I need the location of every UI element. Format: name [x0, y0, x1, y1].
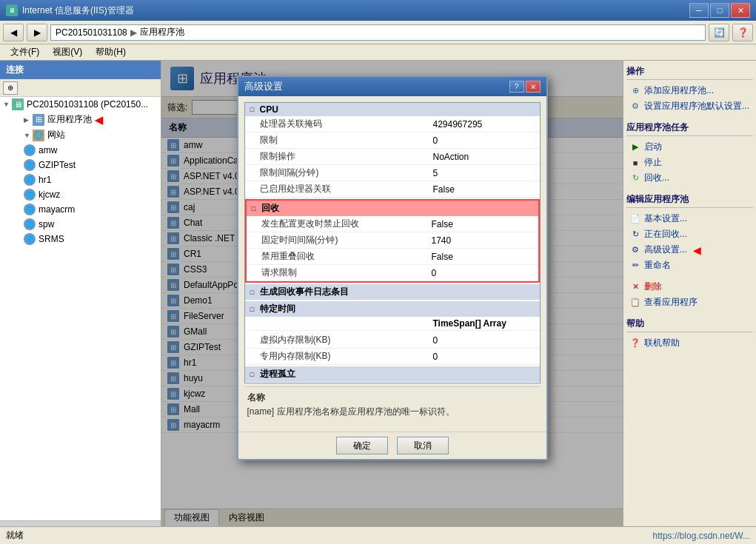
apppool-icon: ⊞ — [33, 114, 44, 126]
back-button[interactable]: ◀ — [3, 24, 24, 41]
prop-name: 处理器关联掩码 — [260, 118, 433, 130]
tree-item-amw[interactable]: 🌐 amw — [0, 143, 161, 158]
sidebar-scrollbar[interactable] — [0, 520, 161, 526]
prop-row[interactable]: 限制 0 — [245, 132, 540, 149]
globe-icon-gzip: 🌐 — [24, 159, 36, 171]
tree-item-srms[interactable]: 🌐 SRMS — [0, 232, 161, 246]
tree-item-kjcwz[interactable]: 🌐 kjcwz — [0, 187, 161, 202]
link-start[interactable]: ▶ 启动 — [626, 139, 753, 155]
modal-description: 名称 [name] 应用程序池名称是应用程序池的唯一标识符。 — [244, 386, 541, 421]
link-recycle[interactable]: ↻ 回收... — [626, 170, 753, 186]
tree-item-pc[interactable]: ▼ 🖥 PC201501031108 (PC20150... — [0, 97, 161, 112]
link-advanced-settings[interactable]: ⚙ 高级设置... ◀ — [626, 242, 753, 258]
prop-row[interactable]: 专用内存限制(KB) 0 — [245, 349, 540, 365]
prop-name: 限制操作 — [260, 150, 433, 163]
tree-arrow-apppool[interactable]: ▶ — [24, 116, 33, 124]
link-delete[interactable]: ✕ 删除 — [626, 279, 753, 295]
modal-ok-button[interactable]: 确定 — [336, 437, 388, 454]
prop-row-timespan[interactable]: TimeSpan[] Array — [245, 317, 540, 331]
menu-view[interactable]: 视图(V) — [47, 44, 88, 60]
doc-icon: 📄 — [629, 213, 641, 225]
tree-label-srms: SRMS — [39, 234, 64, 244]
prop-row[interactable]: 虚拟内存限制(KB) 0 — [245, 332, 540, 349]
prop-value: 0 — [433, 352, 537, 362]
prop-row[interactable]: 请求限制 0 — [247, 265, 538, 281]
link-label: 添加应用程序池... — [644, 84, 714, 97]
prop-row[interactable]: 限制间隔(分钟) 5 — [245, 165, 540, 181]
link-label: 设置应用程序池默认设置... — [644, 100, 749, 113]
panel-title-actions: 操作 — [626, 64, 753, 80]
tree-item-spw[interactable]: 🌐 spw — [0, 217, 161, 232]
status-bar: 就绪 https://blog.csdn.net/W... — [0, 526, 756, 544]
modal-title-buttons: ? ✕ — [509, 81, 541, 93]
website-icon: 🌐 — [33, 130, 44, 141]
modal-footer: 确定 取消 — [238, 431, 546, 459]
main-layout: 连接 ⊕ ▼ 🖥 PC201501031108 (PC20150... ▶ ⊞ … — [0, 61, 756, 526]
sidebar-header: 连接 — [0, 61, 161, 79]
prop-row[interactable]: 已启用处理器关联 False — [245, 181, 540, 198]
prop-group-header-specifictime[interactable]: □ 特定时间 — [245, 301, 540, 317]
link-rename[interactable]: ✏ 重命名 — [626, 258, 753, 273]
sidebar-connect-button[interactable]: ⊕ — [3, 81, 18, 95]
title-bar: 🖥 Internet 信息服务(IIS)管理器 ─ □ ✕ — [0, 0, 756, 21]
link-online-help[interactable]: ❓ 联机帮助 — [626, 335, 753, 351]
prop-group-header-cpu[interactable]: □ CPU — [245, 103, 540, 116]
minimize-button[interactable]: ─ — [689, 3, 709, 18]
prop-name: 禁用重叠回收 — [261, 250, 432, 263]
prop-row[interactable]: 禁用重叠回收 False — [247, 249, 538, 265]
modal-help-button[interactable]: ? — [509, 81, 524, 93]
add-icon: ⊕ — [629, 85, 641, 97]
prop-value: 0 — [432, 268, 535, 278]
expand-icon-recycle: □ — [250, 204, 258, 213]
prop-name: 专用内存限制(KB) — [260, 350, 433, 363]
prop-value: False — [432, 219, 535, 229]
desc-label: 名称 — [247, 392, 538, 404]
modal-close-button[interactable]: ✕ — [526, 81, 541, 93]
tree-item-gzip[interactable]: 🌐 GZIPTest — [0, 158, 161, 172]
prop-row[interactable]: 限制操作 NoAction — [245, 149, 540, 165]
group-label-cpu: CPU — [260, 104, 278, 115]
link-stop[interactable]: ■ 停止 — [626, 155, 753, 170]
panel-title-help: 帮助 — [626, 316, 753, 332]
help-nav-button[interactable]: ❓ — [732, 24, 753, 41]
address-bar: ◀ ▶ PC201501031108 ▶ 应用程序池 🔄 ❓ — [0, 21, 756, 44]
prop-group-header-genrecycle[interactable]: □ 生成回收事件日志条目 — [245, 284, 540, 300]
modal-cancel-button[interactable]: 取消 — [397, 437, 449, 454]
sidebar: 连接 ⊕ ▼ 🖥 PC201501031108 (PC20150... ▶ ⊞ … — [0, 61, 161, 526]
link-set-defaults[interactable]: ⚙ 设置应用程序池默认设置... — [626, 98, 753, 114]
prop-row[interactable]: 处理器关联掩码 4294967295 — [245, 116, 540, 132]
link-recycling[interactable]: ↻ 正在回收... — [626, 226, 753, 242]
link-view-apps[interactable]: 📋 查看应用程序 — [626, 295, 753, 310]
prop-group-genrecycle: □ 生成回收事件日志条目 — [245, 284, 540, 300]
link-label: 联机帮助 — [644, 337, 680, 349]
menu-file[interactable]: 文件(F) — [4, 44, 45, 60]
prop-value: 4294967295 — [433, 119, 537, 130]
maximize-button[interactable]: □ — [710, 3, 729, 18]
tree-item-hr1[interactable]: 🌐 hr1 — [0, 172, 161, 187]
forward-button[interactable]: ▶ — [27, 24, 47, 41]
advanced-settings-dialog: 高级设置 ? ✕ □ CPU — [237, 75, 548, 460]
window-close-button[interactable]: ✕ — [731, 3, 750, 18]
prop-row[interactable]: 固定时间间隔(分钟) 1740 — [247, 232, 538, 249]
tree-arrow-website[interactable]: ▼ — [24, 132, 33, 139]
modal-title: 高级设置 — [244, 80, 283, 93]
start-icon: ▶ — [629, 141, 641, 153]
tree-item-apppool[interactable]: ▶ ⊞ 应用程序池 ◀ — [0, 112, 161, 127]
tree-item-website[interactable]: ▼ 🌐 网站 — [0, 127, 161, 143]
prop-row[interactable]: 发生配置更改时禁止回收 False — [247, 216, 538, 232]
menu-help[interactable]: 帮助(H) — [90, 44, 132, 60]
link-add-apppool[interactable]: ⊕ 添加应用程序池... — [626, 83, 753, 98]
panel-section-actions: 操作 ⊕ 添加应用程序池... ⚙ 设置应用程序池默认设置... — [626, 64, 753, 114]
globe-icon-kjcwz: 🌐 — [24, 189, 36, 201]
rename-icon: ✏ — [629, 260, 641, 272]
settings-icon: ⚙ — [629, 101, 641, 113]
link-basic-settings[interactable]: 📄 基本设置... — [626, 211, 753, 226]
view-icon: 📋 — [629, 297, 641, 309]
prop-group-header-recycle[interactable]: □ 回收 — [247, 201, 538, 216]
refresh-button[interactable]: 🔄 — [709, 24, 729, 41]
tree-item-mayacrm[interactable]: 🌐 mayacrm — [0, 202, 161, 217]
tree-arrow-pc[interactable]: ▼ — [3, 101, 12, 108]
prop-name: 已启用处理器关联 — [260, 183, 433, 195]
prop-group-header-orphan[interactable]: □ 进程孤立 — [245, 366, 540, 382]
prop-row[interactable]: 可执行文件 — [245, 382, 540, 383]
